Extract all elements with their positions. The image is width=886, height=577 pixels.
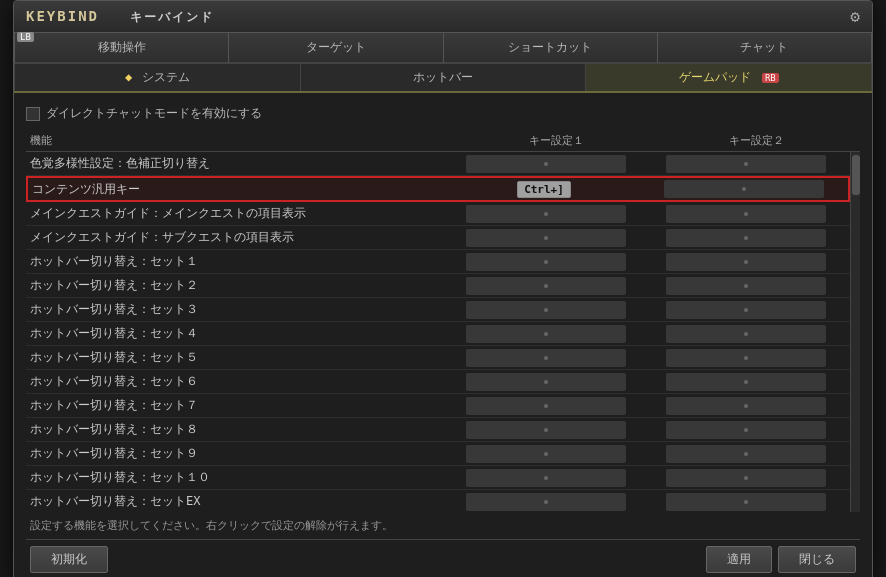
table-row[interactable]: ホットバー切り替え：セット２	[26, 274, 850, 298]
table-row[interactable]: ホットバー切り替え：セットEX	[26, 490, 850, 512]
key2-cell[interactable]	[646, 277, 846, 295]
table-row[interactable]: ホットバー切り替え：セット７	[26, 394, 850, 418]
table-row[interactable]: ホットバー切り替え：セット５	[26, 346, 850, 370]
table-row[interactable]: ホットバー切り替え：セット４	[26, 322, 850, 346]
key2-cell[interactable]	[646, 469, 846, 487]
key2-cell[interactable]	[644, 180, 844, 198]
tab-hotbar[interactable]: ホットバー	[301, 64, 587, 91]
tab-movement[interactable]: LB 移動操作	[14, 33, 229, 63]
func-name: ホットバー切り替え：セット７	[30, 397, 446, 414]
key-empty-dot	[744, 380, 748, 384]
reset-button[interactable]: 初期化	[30, 546, 108, 573]
key-empty-dot	[744, 162, 748, 166]
func-name: ホットバー切り替え：セット８	[30, 421, 446, 438]
key-empty	[466, 277, 626, 295]
direct-chat-checkbox[interactable]	[26, 107, 40, 121]
key-empty	[666, 349, 826, 367]
table-row[interactable]: ホットバー切り替え：セット８	[26, 418, 850, 442]
system-icon: ◆	[125, 70, 132, 84]
key-empty-dot	[544, 332, 548, 336]
key1-cell[interactable]	[446, 373, 646, 391]
scrollbar[interactable]	[850, 152, 860, 512]
key-empty	[666, 325, 826, 343]
key2-cell[interactable]	[646, 421, 846, 439]
key-empty-dot	[744, 332, 748, 336]
key-empty	[466, 397, 626, 415]
key2-cell[interactable]	[646, 397, 846, 415]
key1-cell[interactable]	[446, 445, 646, 463]
table-scrollbar-area: 色覚多様性設定：色補正切り替えコンテンツ汎用キーCtrl+]メインクエストガイド…	[26, 152, 860, 512]
apply-button[interactable]: 適用	[706, 546, 772, 573]
key-empty	[466, 253, 626, 271]
close-button[interactable]: 閉じる	[778, 546, 856, 573]
direct-chat-row[interactable]: ダイレクトチャットモードを有効にする	[26, 101, 860, 126]
table-row[interactable]: 色覚多様性設定：色補正切り替え	[26, 152, 850, 176]
key1-cell[interactable]: Ctrl+]	[444, 181, 644, 198]
key2-cell[interactable]	[646, 301, 846, 319]
tab-system[interactable]: ◆ システム	[14, 64, 301, 91]
key1-cell[interactable]	[446, 397, 646, 415]
key-empty-dot	[744, 356, 748, 360]
key2-cell[interactable]	[646, 493, 846, 511]
keybind-dialog: KEYBIND キーバインド ⚙ LB 移動操作 ターゲット ショートカット チ…	[13, 0, 873, 577]
key-empty-dot	[742, 187, 746, 191]
key-empty	[666, 493, 826, 511]
func-name: ホットバー切り替え：セット６	[30, 373, 446, 390]
key-empty	[666, 397, 826, 415]
key-empty-dot	[544, 308, 548, 312]
key-empty	[666, 229, 826, 247]
footer-buttons: 初期化 適用 閉じる	[26, 539, 860, 577]
settings-icon[interactable]: ⚙	[850, 7, 860, 26]
table-row[interactable]: コンテンツ汎用キーCtrl+]	[26, 176, 850, 202]
tab-chat[interactable]: チャット	[658, 33, 872, 63]
tab-target[interactable]: ターゲット	[229, 33, 443, 63]
direct-chat-label: ダイレクトチャットモードを有効にする	[46, 105, 262, 122]
key-empty	[666, 469, 826, 487]
key1-cell[interactable]	[446, 301, 646, 319]
key-empty-dot	[544, 500, 548, 504]
table-row[interactable]: ホットバー切り替え：セット３	[26, 298, 850, 322]
key2-cell[interactable]	[646, 445, 846, 463]
key1-cell[interactable]	[446, 469, 646, 487]
key1-cell[interactable]	[446, 277, 646, 295]
key-empty	[466, 301, 626, 319]
tab-gamepad[interactable]: ゲームパッド RB	[586, 64, 872, 91]
table-row[interactable]: メインクエストガイド：メインクエストの項目表示	[26, 202, 850, 226]
key2-cell[interactable]	[646, 373, 846, 391]
key1-cell[interactable]	[446, 349, 646, 367]
key1-cell[interactable]	[446, 325, 646, 343]
key2-cell[interactable]	[646, 253, 846, 271]
key2-cell[interactable]	[646, 229, 846, 247]
table-row[interactable]: ホットバー切り替え：セット１	[26, 250, 850, 274]
key-empty-dot	[544, 452, 548, 456]
table-row[interactable]: メインクエストガイド：サブクエストの項目表示	[26, 226, 850, 250]
key1-cell[interactable]	[446, 421, 646, 439]
key1-cell[interactable]	[446, 493, 646, 511]
tab-shortcut[interactable]: ショートカット	[444, 33, 658, 63]
key-empty	[666, 155, 826, 173]
func-name: メインクエストガイド：サブクエストの項目表示	[30, 229, 446, 246]
table-row[interactable]: ホットバー切り替え：セット６	[26, 370, 850, 394]
key2-cell[interactable]	[646, 325, 846, 343]
key1-cell[interactable]	[446, 205, 646, 223]
key2-cell[interactable]	[646, 155, 846, 173]
key-empty	[466, 469, 626, 487]
scrollbar-thumb[interactable]	[852, 155, 860, 195]
func-name: ホットバー切り替え：セット５	[30, 349, 446, 366]
key1-cell[interactable]	[446, 253, 646, 271]
key2-cell[interactable]	[646, 205, 846, 223]
key-empty-dot	[744, 284, 748, 288]
func-name: ホットバー切り替え：セットEX	[30, 493, 446, 510]
key1-cell[interactable]	[446, 229, 646, 247]
content-area: ダイレクトチャットモードを有効にする 機能 キー設定１ キー設定２ 色覚多様性設…	[14, 93, 872, 577]
key1-cell[interactable]	[446, 155, 646, 173]
table-row[interactable]: ホットバー切り替え：セット１０	[26, 466, 850, 490]
func-name: コンテンツ汎用キー	[32, 181, 444, 198]
key-empty-dot	[544, 404, 548, 408]
key2-cell[interactable]	[646, 349, 846, 367]
rb-badge: RB	[762, 73, 779, 83]
table-row[interactable]: ホットバー切り替え：セット９	[26, 442, 850, 466]
table-container: 色覚多様性設定：色補正切り替えコンテンツ汎用キーCtrl+]メインクエストガイド…	[26, 152, 850, 512]
key-empty	[466, 421, 626, 439]
key-empty	[466, 205, 626, 223]
